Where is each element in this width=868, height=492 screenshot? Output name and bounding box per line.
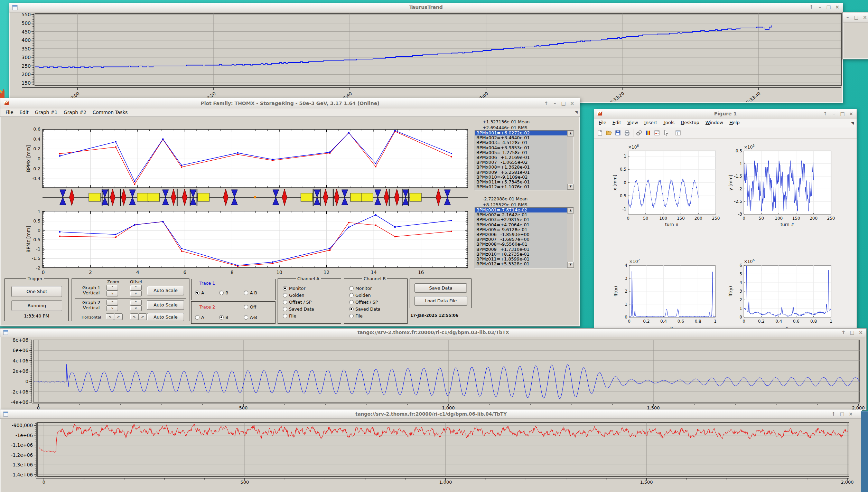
bpmx-list-row-10[interactable]: BPMx010=-9.1109e-02 — [475, 175, 573, 180]
bpmx-values-listbox[interactable]: BPMx001=+6.0272e-02BPMx002=+3.4640e-01BP… — [475, 130, 574, 190]
figure1-menu-view[interactable]: View — [624, 119, 641, 126]
bpmz-list-scrollbar[interactable]: ▲▼ — [567, 208, 573, 268]
graph2-auto-scale-button[interactable]: Auto Scale — [147, 300, 184, 310]
trace2-radio-a-b[interactable]: A-B — [244, 315, 257, 320]
trace2-radio-b[interactable]: B — [219, 315, 228, 320]
figure1-minimize-button[interactable]: – — [831, 111, 837, 116]
trace2-radio-off[interactable]: Off — [244, 304, 256, 310]
bpmx-list-row-3[interactable]: BPMx003=-4.5128e-01 — [475, 140, 573, 145]
open-folder-icon[interactable] — [606, 130, 614, 136]
horizontal-offset-left-button[interactable]: < — [130, 313, 139, 320]
graph2-offset-up-button[interactable]: ^ — [130, 300, 142, 305]
bpmx-list-row-12[interactable]: BPMx012=+1.1076e-01 — [475, 184, 573, 189]
bpmz-values-listbox[interactable]: BPMz001=-7.6714e-02BPMz002=-2.1642e-01BP… — [475, 207, 574, 268]
print-icon[interactable] — [624, 130, 632, 136]
bpmx-list-scroll-down[interactable]: ▼ — [567, 184, 574, 190]
tbty-up-button[interactable]: ↑ — [831, 411, 836, 417]
graph1-offset-up-button[interactable]: ^ — [130, 285, 142, 291]
tbtx-titlebar[interactable]: tango://srv-2.thomx.fr:20000/ri-c1/dg/bp… — [0, 329, 866, 337]
tbtx-close-button[interactable]: × — [858, 330, 864, 335]
graph2-zoom-down-button[interactable]: v — [106, 305, 118, 311]
property-inspector-icon[interactable] — [675, 130, 683, 136]
channel-a-radio-saved-data[interactable]: Saved Data — [283, 306, 314, 312]
bpmx-list-row-7[interactable]: BPMx007=-1.0655e-02 — [475, 160, 573, 165]
plot-family-menu-common-tasks[interactable]: Common Tasks — [90, 108, 131, 116]
tbty-maximize-button[interactable]: □ — [839, 411, 845, 417]
bpmx-list-row-4[interactable]: BPMx004=+3.9853e-01 — [475, 145, 573, 150]
background-window-titlebar[interactable]: – □ × — [843, 12, 868, 22]
bpmz-list-row-11[interactable]: BPMz011=+1.8599e-01 — [475, 257, 573, 262]
background-window-close-button[interactable]: × — [862, 15, 868, 20]
figure1-titlebar[interactable]: Figure 1 ↑ – □ × — [594, 109, 857, 119]
link-plots-icon[interactable] — [636, 130, 644, 136]
figure1-menu-edit[interactable]: Edit — [609, 119, 624, 126]
bpmz-list-scroll-down[interactable]: ▼ — [567, 262, 574, 268]
matlab-desktop-icon[interactable] — [0, 87, 5, 99]
channel-b-radio-offset-sp[interactable]: Offset / SP — [349, 300, 378, 305]
bpmz-list-row-8[interactable]: BPMz008=-9.5560e-01 — [475, 242, 573, 247]
bpmz-list-row-1[interactable]: BPMz001=-7.6714e-02 — [475, 208, 573, 212]
horizontal-auto-scale-button[interactable]: Auto Scale — [147, 313, 184, 321]
channel-b-radio-saved-data[interactable]: Saved Data — [349, 306, 380, 312]
channel-b-radio-file[interactable]: File — [349, 313, 363, 319]
bpmx-list-scroll-up[interactable]: ▲ — [567, 131, 574, 136]
background-window-maximize-button[interactable]: □ — [853, 15, 859, 20]
graph1-zoom-down-button[interactable]: v — [106, 291, 118, 296]
channel-a-radio-file[interactable]: File — [283, 313, 296, 319]
taurus-maximize-button[interactable]: □ — [826, 4, 831, 10]
trace1-radio-a[interactable]: A — [195, 290, 204, 295]
plot-family-menu-graph-2[interactable]: Graph #2 — [60, 108, 90, 116]
tbty-close-button[interactable]: × — [848, 411, 853, 417]
horizontal-offset-right-button[interactable]: > — [138, 313, 147, 320]
graph2-zoom-up-button[interactable]: ^ — [106, 300, 118, 305]
channel-b-radio-monitor[interactable]: Monitor — [349, 286, 372, 291]
tbty-titlebar[interactable]: tango://srv-2.thomx.fr:20000/ri-c1/dg/bp… — [0, 410, 862, 419]
figure1-maximize-button[interactable]: □ — [840, 111, 845, 116]
taurus-titlebar[interactable]: TaurusTrend ↑ – □ × — [9, 3, 843, 12]
running-button[interactable]: Running — [11, 300, 62, 311]
bpmx-list-row-6[interactable]: BPMx006=+1.2169e-01 — [475, 155, 573, 160]
bpmz-list-row-4[interactable]: BPMz004=+4.7064e-01 — [475, 223, 573, 227]
horizontal-zoom-right-button[interactable]: > — [114, 313, 123, 320]
save-icon[interactable] — [615, 130, 623, 136]
bpmx-list-row-9[interactable]: BPMx009=+5.2581e-01 — [475, 170, 573, 175]
trace1-radio-a-b[interactable]: A-B — [244, 290, 257, 295]
plot-family-up-button[interactable]: ↑ — [543, 101, 549, 106]
background-window-minimize-button[interactable]: – — [845, 15, 850, 20]
channel-a-radio-golden[interactable]: Golden — [283, 293, 304, 298]
tbtx-maximize-button[interactable]: □ — [849, 330, 855, 335]
bpmz-list-row-7[interactable]: BPMz007=-1.6857e+00 — [475, 237, 573, 242]
graph1-zoom-up-button[interactable]: ^ — [106, 285, 118, 291]
bpmz-list-row-12[interactable]: BPMz012=+5.3328e-01 — [475, 262, 573, 266]
figure1-up-button[interactable]: ↑ — [822, 111, 828, 116]
bpmx-list-row-5[interactable]: BPMx005=-1.2758e-01 — [475, 150, 573, 155]
bpmx-list-scrollbar[interactable]: ▲▼ — [567, 131, 573, 190]
load-data-file-button[interactable]: Load Data File — [414, 296, 467, 306]
channel-b-radio-golden[interactable]: Golden — [349, 293, 371, 298]
colormap-icon[interactable] — [645, 130, 653, 136]
plot-family-menu-graph-1[interactable]: Graph #1 — [32, 108, 61, 116]
bpmz-list-row-3[interactable]: BPMz003=+2.9815e-01 — [475, 217, 573, 222]
plot-family-close-button[interactable]: × — [569, 101, 575, 106]
bpmx-list-row-11[interactable]: BPMx011=+5.7345e-01 — [475, 180, 573, 184]
graph1-offset-down-button[interactable]: v — [130, 291, 142, 296]
save-data-button[interactable]: Save Data — [414, 283, 467, 293]
bpmx-list-row-2[interactable]: BPMx002=+3.4640e-01 — [475, 135, 573, 140]
pointer-icon[interactable] — [663, 130, 671, 136]
trace2-radio-a[interactable]: A — [195, 315, 204, 320]
figure1-menu-window[interactable]: Window — [702, 119, 726, 126]
bpmz-list-row-10[interactable]: BPMz010=+8.2735e-01 — [475, 252, 573, 257]
plot-family-maximize-button[interactable]: □ — [561, 101, 566, 106]
channel-a-radio-offset-sp[interactable]: Offset / SP — [283, 300, 311, 305]
channel-a-radio-monitor[interactable]: Monitor — [283, 286, 306, 291]
figure1-menu-insert[interactable]: Insert — [641, 119, 660, 126]
bpmz-list-row-9[interactable]: BPMz009=+1.7310e-01 — [475, 247, 573, 252]
bpmx-list-row-1[interactable]: BPMx001=+6.0272e-02 — [475, 131, 573, 135]
insert-legend-icon[interactable] — [654, 130, 662, 136]
taurus-close-button[interactable]: × — [834, 4, 840, 10]
bpmx-list-row-8[interactable]: BPMx008=+1.3628e-01 — [475, 165, 573, 170]
plot-family-dock-arrow-icon[interactable]: ◥ — [575, 110, 578, 114]
horizontal-zoom-left-button[interactable]: < — [106, 313, 114, 320]
figure1-menu-tools[interactable]: Tools — [660, 119, 678, 126]
figure1-menu-help[interactable]: Help — [726, 119, 743, 126]
